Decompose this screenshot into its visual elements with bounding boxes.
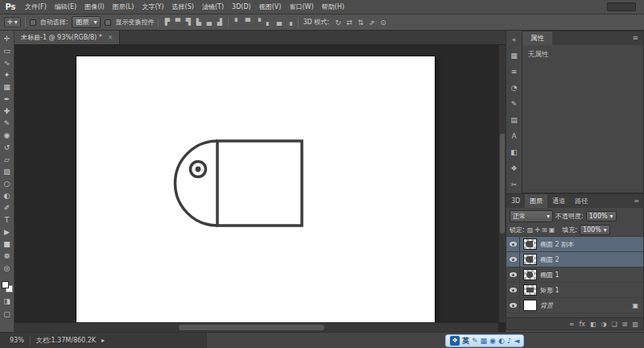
panel-menu-icon[interactable]: ≡: [627, 31, 643, 45]
mode-3d-icon[interactable]: ⇄: [345, 19, 354, 27]
quick-mask-icon[interactable]: ◨: [3, 297, 10, 305]
menu-item[interactable]: 图层(L): [109, 0, 138, 14]
mode-3d-icon[interactable]: ↻: [333, 19, 343, 27]
layer-name[interactable]: 矩形 1: [540, 286, 643, 295]
tool-button[interactable]: ✎: [1, 118, 14, 130]
zoom-level-field[interactable]: 93%: [10, 337, 24, 344]
menu-item[interactable]: 文件(F): [21, 0, 51, 14]
lock-option-icon[interactable]: ✛: [535, 226, 540, 234]
distribute-icon[interactable]: ▄: [275, 19, 283, 26]
foreground-color-swatch[interactable]: [2, 281, 9, 288]
tab-properties[interactable]: 属性: [522, 31, 552, 45]
mode-3d-icon[interactable]: ⊙: [378, 19, 388, 27]
panel-icon[interactable]: ✎: [507, 96, 522, 112]
panel-icon[interactable]: ◔: [507, 80, 522, 96]
layer-row[interactable]: 椭圆 2: [506, 252, 643, 267]
tab-paths[interactable]: 路径: [570, 194, 592, 208]
panel-icon[interactable]: ◧: [507, 144, 522, 160]
layers-footer-icon[interactable]: ∞: [569, 321, 575, 328]
language-bar-icon[interactable]: ▦: [481, 337, 488, 345]
panel-icon[interactable]: «: [507, 31, 522, 48]
menu-item[interactable]: 选择(S): [168, 0, 198, 14]
tool-button[interactable]: ▭: [1, 45, 14, 57]
layer-row[interactable]: 矩形 1: [506, 283, 643, 298]
menu-item[interactable]: 编辑(E): [51, 0, 80, 14]
status-arrow-icon[interactable]: ▸: [101, 337, 105, 344]
language-bar-icon[interactable]: ◐: [498, 337, 505, 345]
tool-button[interactable]: ■: [1, 238, 14, 251]
tool-button[interactable]: T: [1, 214, 14, 226]
tool-button[interactable]: ❁: [1, 251, 14, 263]
auto-select-checkbox[interactable]: [30, 19, 36, 26]
layer-thumbnail[interactable]: [523, 269, 537, 280]
tool-button[interactable]: ✚: [1, 106, 14, 118]
distribute-icon[interactable]: ▝: [254, 19, 262, 26]
menu-item[interactable]: 滤镜(T): [198, 0, 228, 14]
lock-option-icon[interactable]: ▣: [549, 226, 555, 234]
language-bar-icon[interactable]: ◉: [489, 337, 496, 345]
menu-item[interactable]: 图像(I): [80, 0, 109, 14]
distribute-icon[interactable]: ▗: [285, 19, 294, 26]
tool-button[interactable]: ▱: [1, 154, 14, 166]
tool-preset-picker[interactable]: ✛ ▾: [4, 17, 21, 27]
lock-option-icon[interactable]: ▨: [527, 226, 534, 234]
visibility-toggle[interactable]: [506, 298, 520, 313]
tool-button[interactable]: ↺: [1, 142, 14, 154]
menu-item[interactable]: 帮助(H): [318, 0, 349, 14]
fill-input[interactable]: 100% ▾: [580, 225, 610, 235]
layers-footer-icon[interactable]: ◑: [601, 321, 607, 328]
align-icon[interactable]: ▛: [163, 19, 171, 26]
distribute-icon[interactable]: ▖: [264, 19, 273, 26]
tab-channels[interactable]: 通道: [547, 194, 570, 208]
input-method-icon[interactable]: ❖: [450, 336, 460, 346]
tool-button[interactable]: ✐: [1, 202, 14, 214]
tool-button[interactable]: ◎: [1, 263, 14, 275]
color-swatches[interactable]: [2, 281, 13, 292]
show-transform-checkbox[interactable]: [105, 19, 111, 26]
visibility-toggle[interactable]: [506, 267, 520, 282]
tab-3d[interactable]: 3D: [506, 194, 525, 208]
window-controls[interactable]: [607, 2, 636, 11]
tool-button[interactable]: ○: [1, 178, 14, 190]
layer-name[interactable]: 椭圆 2: [540, 255, 643, 264]
align-icon[interactable]: ▀: [173, 19, 182, 26]
layers-footer-icon[interactable]: ◧: [590, 321, 597, 328]
panel-menu-icon[interactable]: ≡: [630, 194, 643, 208]
layer-row[interactable]: 背景 ▣: [506, 298, 643, 313]
language-bar-icon[interactable]: ✎: [472, 337, 478, 345]
distribute-icon[interactable]: ▀: [243, 19, 252, 26]
layers-footer-icon[interactable]: ▥: [632, 321, 638, 328]
layers-footer-icon[interactable]: fx: [579, 321, 585, 328]
panel-icon[interactable]: ▦: [507, 48, 522, 64]
layer-name[interactable]: 椭圆 2 副本: [540, 240, 643, 249]
panel-icon[interactable]: ❖: [507, 160, 522, 176]
opacity-input[interactable]: 100% ▾: [586, 211, 617, 222]
screen-mode-icon[interactable]: ▢: [3, 310, 10, 318]
layer-thumbnail[interactable]: [523, 254, 537, 265]
tool-button[interactable]: ◐: [1, 190, 14, 202]
layer-thumbnail[interactable]: [523, 284, 537, 296]
menu-item[interactable]: 3D(D): [228, 0, 255, 14]
menu-item[interactable]: 视图(V): [255, 0, 286, 14]
blend-mode-dropdown[interactable]: 正常 ▾: [510, 210, 553, 222]
align-icon[interactable]: ▄: [204, 19, 213, 26]
panel-icon[interactable]: ▤: [507, 112, 522, 128]
auto-select-dropdown[interactable]: 图层 ▾: [72, 16, 101, 28]
menu-item[interactable]: 文字(Y): [138, 0, 167, 14]
distribute-icon[interactable]: ▘: [233, 19, 242, 26]
menu-item[interactable]: 窗口(W): [285, 0, 317, 14]
visibility-toggle[interactable]: [506, 237, 520, 251]
tool-button[interactable]: ✛: [1, 33, 14, 45]
panel-icon[interactable]: ≡: [507, 64, 522, 80]
vertical-scrollbar[interactable]: [498, 45, 506, 322]
layers-footer-icon[interactable]: ❏: [612, 321, 617, 328]
document-tab[interactable]: 未标题-1 @ 93%(RGB/8) * ×: [14, 31, 120, 44]
layer-name[interactable]: 背景: [540, 301, 632, 310]
visibility-toggle[interactable]: [506, 252, 520, 267]
close-icon[interactable]: ×: [108, 34, 114, 41]
layer-name[interactable]: 椭圆 1: [540, 271, 643, 280]
language-bar-icon[interactable]: ♪: [507, 337, 512, 345]
tool-button[interactable]: ▶: [1, 226, 14, 238]
tool-button[interactable]: ◉: [1, 130, 14, 142]
panel-icon[interactable]: ✂: [507, 176, 522, 193]
